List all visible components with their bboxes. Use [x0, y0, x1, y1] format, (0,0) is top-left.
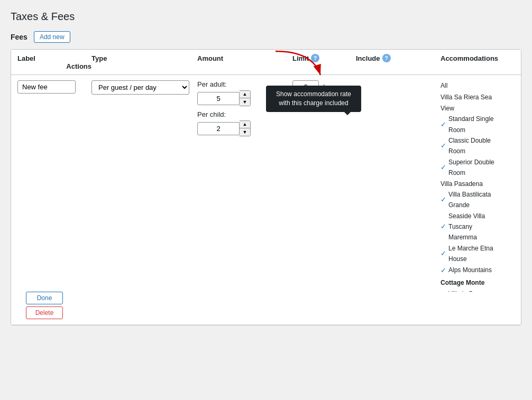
accom-standard-single: ✓ Standard Single Room	[441, 114, 500, 135]
delete-button[interactable]: Delete	[26, 306, 63, 319]
header-type: Type	[91, 54, 197, 62]
table-header: Label Type Amount Limit ? Include ? Acco…	[11, 50, 521, 75]
include-help-icon[interactable]: ?	[382, 54, 391, 62]
accommodations-cell: All Villa Sa Riera Sea View ✓ Standard S…	[441, 80, 504, 292]
header-actions: Actions	[66, 62, 91, 70]
actions-cell: Done Delete	[17, 292, 91, 319]
check-icon: ✓	[441, 140, 446, 152]
header-label: Label	[17, 54, 91, 62]
done-button[interactable]: Done	[26, 292, 63, 304]
child-spinner: ▲ ▼	[240, 120, 251, 136]
adult-increment[interactable]: ▲	[240, 91, 250, 98]
child-decrement[interactable]: ▼	[240, 128, 250, 136]
adult-decrement[interactable]: ▼	[240, 98, 250, 106]
accom-superior-double: ✓ Superior Double Room	[441, 157, 500, 179]
check-icon: ✓	[441, 288, 446, 292]
page-title: Taxes & Fees	[11, 11, 521, 23]
child-increment[interactable]: ▲	[240, 121, 250, 128]
accom-group-villa-sa-riera: Villa Sa Riera Sea View	[441, 92, 500, 114]
per-child-label: Per child:	[197, 110, 226, 118]
child-amount-input-wrap: ▲ ▼	[197, 120, 288, 136]
fees-table: Label Type Amount Limit ? Include ? Acco…	[11, 49, 521, 325]
add-new-button[interactable]: Add new	[34, 31, 70, 43]
type-select[interactable]: Per guest / per day Per room / per day P…	[91, 80, 189, 95]
accom-seaside-tuscany: ✓ Seaside Villa Tuscany Maremma	[441, 211, 500, 243]
include-tooltip: Show accommodation rate with this charge…	[266, 86, 361, 112]
label-cell	[17, 80, 91, 94]
accom-le-marche: ✓ Le Marche Etna House	[441, 243, 500, 265]
accom-classic-double: ✓ Classic Double Room	[441, 135, 500, 157]
header-include: Include ?	[356, 54, 441, 62]
type-cell: Per guest / per day Per room / per day P…	[91, 80, 197, 95]
limit-help-icon[interactable]: ?	[311, 54, 319, 62]
check-icon: ✓	[441, 265, 446, 276]
header-limit: Limit ?	[292, 54, 356, 62]
accom-alps-mountains: ✓ Alps Mountains	[441, 265, 500, 276]
accom-villa-pasadena: Villa Pasadena	[441, 179, 500, 189]
fees-label: Fees	[11, 33, 27, 41]
check-icon: ✓	[441, 119, 446, 131]
accom-group-cottage-monte: Cottage Monte	[441, 277, 500, 288]
accommodations-list: All Villa Sa Riera Sea View ✓ Standard S…	[441, 80, 500, 292]
accom-villa-bastilicata: ✓ Villa Bastilicata Grande	[441, 189, 500, 211]
per-adult-label: Per adult:	[197, 80, 227, 88]
label-input[interactable]	[17, 80, 76, 94]
check-icon: ✓	[441, 248, 446, 259]
adult-amount-input[interactable]	[197, 92, 240, 105]
accom-all: All	[441, 80, 500, 91]
child-amount-input[interactable]	[197, 122, 240, 135]
check-icon: ✓	[441, 221, 446, 232]
header-amount: Amount	[197, 54, 292, 62]
header-accommodations: Accommodations	[441, 54, 504, 62]
table-row: Per guest / per day Per room / per day P…	[11, 75, 521, 325]
accom-villa-la-parese: ✓ Villa la Parese	[441, 288, 500, 292]
check-icon: ✓	[441, 194, 446, 206]
adult-spinner: ▲ ▼	[240, 90, 251, 106]
check-icon: ✓	[441, 162, 446, 173]
